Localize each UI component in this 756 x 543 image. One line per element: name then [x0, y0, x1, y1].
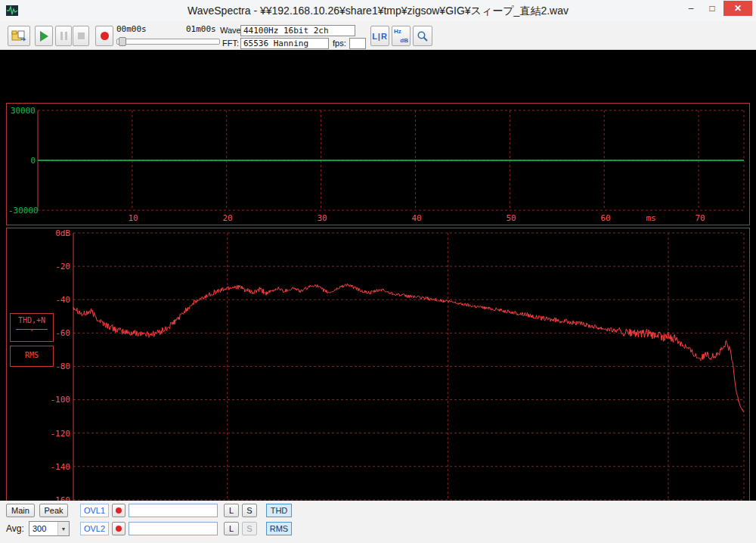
main-button[interactable]: Main [6, 504, 35, 517]
stop-icon [78, 33, 85, 39]
avg-select-value: 300 [29, 524, 57, 533]
wave-xtick: 20 [217, 213, 238, 223]
ovl1-record-icon [116, 507, 122, 514]
ovl2-button[interactable]: OVL2 [80, 522, 109, 535]
channel-lr-button[interactable]: L|R [370, 26, 389, 46]
time-current: 00m00s [116, 24, 147, 34]
minimize-button[interactable]: – [680, 1, 702, 16]
pause-icon [60, 32, 67, 40]
hz-db-icon: Hz dB [392, 26, 410, 45]
ovl2-record-icon [116, 526, 122, 532]
open-file-button[interactable] [8, 26, 30, 46]
wave-xtick: 60 [595, 213, 616, 223]
wave-ytick: 30000 [8, 106, 36, 116]
play-button[interactable] [35, 26, 53, 46]
maximize-button[interactable]: □ [702, 1, 723, 16]
spec-ytick: -20 [39, 262, 70, 272]
record-icon [101, 32, 109, 40]
time-total: 01m00s [186, 24, 216, 34]
settings-button[interactable] [413, 26, 432, 46]
s-button-row1[interactable]: S [242, 504, 257, 517]
spec-ytick: -80 [39, 361, 70, 371]
wave-xtick: 10 [122, 213, 144, 223]
magnifier-icon [417, 30, 429, 42]
position-slider-thumb[interactable] [119, 37, 126, 46]
close-button[interactable]: ✕ [723, 1, 752, 16]
thd-readout-label: THD,+N [11, 316, 53, 324]
wave-xtick: 70 [689, 213, 711, 223]
pause-button[interactable] [55, 26, 72, 46]
spectrum-panel: THD,+N ---.--- RMS 0dB -20 -40 -60 -80 -… [6, 228, 750, 543]
window-title: WaveSpectra - ¥¥192.168.10.26¥share1¥tmp… [0, 5, 756, 18]
rms-readout-label: RMS [11, 351, 53, 359]
ovl2-record-button[interactable] [112, 522, 125, 535]
chevron-down-icon: ▼ [57, 522, 69, 535]
avg-select[interactable]: 300 ▼ [29, 521, 70, 536]
fps-label: fps: [333, 39, 346, 48]
wave-ytick: 0 [8, 156, 36, 166]
spec-ytick: 0dB [39, 228, 70, 238]
l-button-row2[interactable]: L [224, 522, 239, 535]
fft-info-box: 65536 Hanning [240, 38, 329, 49]
wave-xtick: 50 [500, 213, 522, 223]
spec-ytick: -40 [39, 295, 70, 305]
record-button[interactable] [95, 26, 113, 46]
ovl2-input[interactable] [129, 522, 218, 535]
waveform-plot [7, 104, 749, 225]
fps-value-box [349, 38, 366, 49]
wave-xunit: ms [640, 213, 662, 223]
hz-db-scale-button[interactable]: Hz dB [392, 26, 411, 46]
wave-xtick: 30 [311, 213, 333, 223]
spec-ytick: -140 [39, 462, 70, 472]
l-button-row1[interactable]: L [224, 504, 239, 517]
ovl1-record-button[interactable] [112, 504, 125, 517]
play-icon [40, 31, 48, 42]
position-slider[interactable] [116, 39, 220, 45]
wave-info-box: 44100Hz 16bit 2ch [240, 25, 355, 36]
plot-region: 30000 0 -30000 10 20 30 40 50 60 ms 70 T… [0, 50, 756, 501]
wave-xtick: 40 [406, 213, 427, 223]
peak-button[interactable]: Peak [39, 504, 68, 517]
ovl1-button[interactable]: OVL1 [80, 504, 109, 517]
s-button-row2[interactable]: S [242, 522, 257, 535]
statusbar: Main Peak OVL1 L S THD Avg: 300 ▼ OVL2 L… [0, 501, 756, 543]
spec-ytick: -100 [39, 395, 70, 405]
lr-icon: L|R [372, 32, 388, 41]
titlebar: WaveSpectra - ¥¥192.168.10.26¥share1¥tmp… [0, 0, 756, 21]
avg-label: Avg: [6, 523, 24, 534]
open-file-icon [11, 30, 26, 42]
thd-toggle-button[interactable]: THD [266, 504, 292, 517]
spec-ytick: -60 [39, 328, 70, 338]
fft-label: FFT: [222, 39, 239, 48]
spec-ytick: -120 [39, 429, 70, 439]
wave-ytick: -30000 [8, 206, 36, 216]
wavespectra-window: WaveSpectra - ¥¥192.168.10.26¥share1¥tmp… [0, 0, 756, 543]
stop-button[interactable] [73, 26, 89, 46]
spectrum-plot [7, 228, 749, 543]
ovl1-input[interactable] [129, 504, 218, 517]
waveform-panel: 30000 0 -30000 10 20 30 40 50 60 ms 70 [6, 103, 750, 225]
rms-toggle-button[interactable]: RMS [266, 522, 292, 535]
toolbar: 00m00s 01m00s Wave: 44100Hz 16bit 2ch FF… [0, 21, 756, 50]
